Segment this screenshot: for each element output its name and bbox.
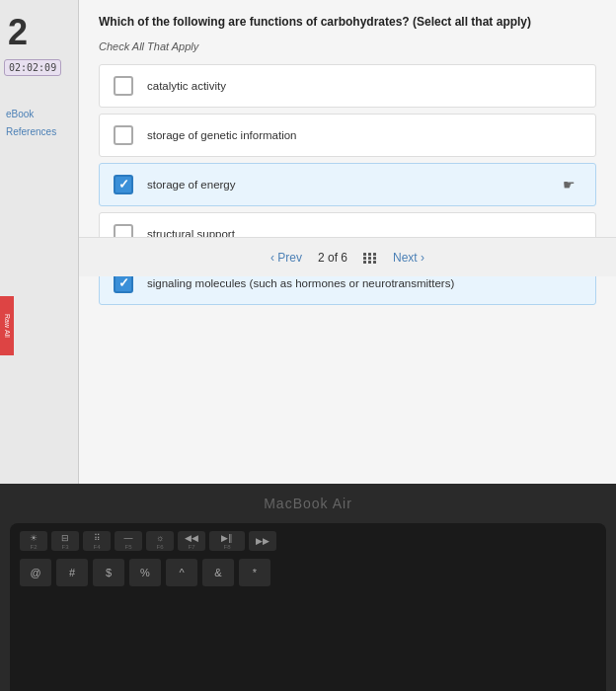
key-brightness-f6[interactable]: ☼ F6 [146,531,174,551]
key-media-f5[interactable]: — F5 [115,531,142,551]
caret-symbol: ^ [179,567,184,578]
key-f8-label: F8 [223,544,230,550]
key-at[interactable]: @ [20,559,51,586]
key-dollar[interactable]: $ [93,559,124,586]
media-icon: — [124,533,133,543]
sidebar: 2 02:02:09 eBook References Raw All [0,0,79,484]
keyboard: ☀ F2 ⊟ F3 ⠿ F4 — F5 ☼ F6 ◀◀ F7 [10,523,606,691]
amp-symbol: & [214,567,221,578]
key-asterisk[interactable]: * [239,559,270,586]
dollar-symbol: $ [106,567,112,578]
star-symbol: * [253,567,257,578]
navigation-bar: ‹ Prev 2 of 6 Next › [79,237,616,276]
key-hash[interactable]: # [56,559,88,586]
mission-icon: ⊟ [61,533,69,543]
percent-symbol: % [140,567,150,578]
quiz-container: 2 02:02:09 eBook References Raw All Whic… [0,0,616,484]
ebook-link[interactable]: eBook [6,109,34,119]
key-caret[interactable]: ^ [166,559,197,586]
at-symbol: @ [30,567,40,578]
option-text-2: storage of genetic information [147,129,581,141]
sidebar-tab-text: Raw [4,314,11,328]
option-catalytic-activity[interactable]: catalytic activity [99,64,596,108]
key-launchpad[interactable]: ⠿ F4 [83,531,111,551]
key-f6-label: F6 [156,544,163,550]
key-f3-label: F3 [61,544,68,550]
launchpad-icon: ⠿ [94,533,101,543]
key-mission-control[interactable]: ⊟ F3 [51,531,79,551]
brightness-icon: ☀ [30,533,38,543]
option-energy-storage[interactable]: storage of energy ☛ [99,163,596,206]
hash-symbol: # [69,567,75,578]
key-f5-label: F5 [124,544,131,550]
checkbox-1[interactable] [114,76,133,96]
checkbox-2[interactable] [114,125,133,145]
key-fast-forward[interactable]: ▶▶ [249,531,276,551]
macbook-label: MacBook Air [264,496,352,511]
option-text-3: storage of energy [147,179,581,191]
key-f2-label: F2 [30,544,37,550]
timer-display: 02:02:09 [4,59,61,76]
key-brightness[interactable]: ☀ F2 [20,531,47,551]
main-content: Which of the following are functions of … [79,0,616,484]
question-text: Which of the following are functions of … [99,14,596,31]
checkbox-3[interactable] [114,175,133,194]
prev-button[interactable]: ‹ Prev [270,251,302,265]
key-play-pause[interactable]: ▶‖ F8 [209,531,245,551]
key-f7-label: F7 [188,544,194,550]
page-indicator: 2 of 6 [318,251,347,265]
bright-icon: ☼ [156,533,164,543]
function-key-row: ☀ F2 ⊟ F3 ⠿ F4 — F5 ☼ F6 ◀◀ F7 [10,523,606,555]
question-number: 2 [8,12,28,53]
option-text-5: signaling molecules (such as hormones or… [147,277,581,289]
key-percent[interactable]: % [129,559,161,586]
laptop-body: MacBook Air ☀ F2 ⊟ F3 ⠿ F4 — F5 ☼ F6 [0,484,616,691]
next-button[interactable]: Next › [393,251,424,265]
sidebar-colored-tab: Raw All [0,296,14,355]
sidebar-tab-text2: All [4,330,11,338]
rewind-icon: ◀◀ [185,533,198,543]
check-all-label: Check All That Apply [99,40,596,52]
play-icon: ▶‖ [221,533,233,543]
key-rewind[interactable]: ◀◀ F7 [178,531,205,551]
key-f4-label: F4 [93,544,100,550]
symbol-key-row: @ # $ % ^ & * [10,555,606,590]
option-genetic-storage[interactable]: storage of genetic information [99,114,596,157]
key-ampersand[interactable]: & [202,559,234,586]
grid-icon[interactable] [363,249,377,267]
ff-icon: ▶▶ [256,536,270,546]
references-link[interactable]: References [6,126,56,137]
option-text-1: catalytic activity [147,80,581,92]
cursor-icon: ☛ [563,177,576,192]
